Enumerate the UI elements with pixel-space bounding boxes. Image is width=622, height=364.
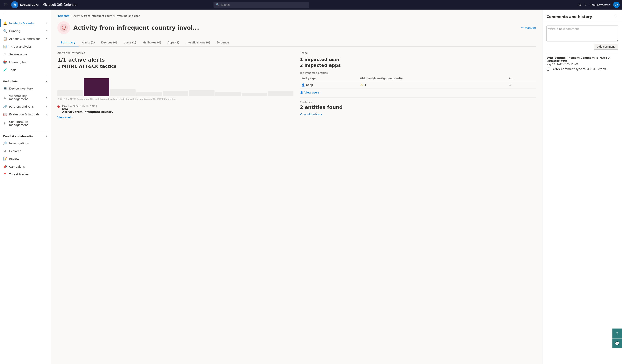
mitre-bar xyxy=(215,92,241,96)
settings-icon[interactable]: ⚙ xyxy=(578,3,582,7)
sidebar-item-investigations[interactable]: 🔎 Investigations xyxy=(0,139,51,147)
panel-body: Add comment Sync-Sentinel-Incident-Comme… xyxy=(543,22,622,364)
alert-timestamp: May 16, 2022, 10:21:27 AM | xyxy=(62,105,113,107)
chevron-down-icon: ∨ xyxy=(46,22,48,24)
sidebar-item-label: Learning hub xyxy=(9,61,48,64)
secure-score-icon: 🛡 xyxy=(3,52,7,56)
view-users-link[interactable]: 👤 View users xyxy=(300,91,536,94)
sidebar-divider-2 xyxy=(3,131,48,131)
tab-investigations[interactable]: Investigations (0) xyxy=(182,39,213,46)
sidebar-toggle[interactable]: ☰ xyxy=(0,10,51,19)
breadcrumb-parent[interactable]: Incidents xyxy=(58,14,69,17)
comment-divider xyxy=(546,53,618,53)
sidebar-item-hunting[interactable]: 🔍 Hunting ∨ xyxy=(0,27,51,35)
main-layout: ☰ 🔔 Incidents & alerts ∨ 🔍 Hunting ∨ 📋 A… xyxy=(0,10,622,364)
search-icon: 🔍 xyxy=(216,3,219,6)
search-box[interactable]: 🔍 xyxy=(214,1,309,8)
threat-analytics-icon: 📊 xyxy=(3,45,7,48)
sidebar-item-campaigns[interactable]: 📣 Campaigns xyxy=(0,163,51,171)
scope-stats: 1 impacted user 2 impacted apps xyxy=(300,57,536,68)
incident-icon-wrap: ! xyxy=(58,21,70,34)
user-icon-link: 👤 xyxy=(300,91,303,94)
tab-evidence[interactable]: Evidence xyxy=(213,39,232,46)
evidence-divider xyxy=(300,97,536,97)
trials-icon: 🧪 xyxy=(3,68,7,72)
search-input[interactable] xyxy=(221,3,307,6)
sidebar-item-config[interactable]: ⚙ Configuration management xyxy=(0,118,51,129)
sidebar-item-threat-analytics[interactable]: 📊 Threat analytics xyxy=(0,43,51,50)
help-icon[interactable]: ? xyxy=(585,3,587,7)
sidebar-item-vulnerability[interactable]: ⚠ Vulnerability management ∨ xyxy=(0,92,51,103)
tab-alerts[interactable]: Alerts (1) xyxy=(79,39,98,46)
topnav-right: ⚙ ? Benji Kovacevic BK xyxy=(578,1,620,8)
config-icon: ⚙ xyxy=(3,122,7,125)
sidebar-item-explorer[interactable]: 🗂 Explorer xyxy=(0,147,51,155)
close-panel-button[interactable]: × xyxy=(614,14,618,20)
alert-log: May 16, 2022, 10:21:27 AM | New Activity… xyxy=(58,105,293,114)
alert-name: Activity from infrequent country xyxy=(62,110,113,114)
chevron-down-icon: ∨ xyxy=(46,96,48,99)
comment-title: Sync-Sentinel-Incident-Comment-To-M365D-… xyxy=(546,56,618,62)
logo-text: CybSec Guru xyxy=(20,3,39,6)
sidebar-item-evaluation[interactable]: 📖 Evaluation & tutorials ∨ xyxy=(0,111,51,118)
sidebar-item-actions[interactable]: 📋 Actions & submissions ∨ xyxy=(0,35,51,43)
threat-tracker-icon: 📍 xyxy=(3,172,7,176)
tab-mailboxes[interactable]: Mailboxes (0) xyxy=(139,39,164,46)
view-all-entities-link[interactable]: View all entities xyxy=(300,113,536,116)
sidebar-section-endpoints[interactable]: Endpoints ∧ xyxy=(0,78,51,84)
tab-users[interactable]: Users (1) xyxy=(120,39,139,46)
alert-status: New xyxy=(62,107,113,110)
sidebar-item-partners[interactable]: 🔗 Partners and APIs ∨ xyxy=(0,103,51,111)
investigations-icon: 🔎 xyxy=(3,141,7,145)
float-chat-button[interactable]: 💬 xyxy=(612,339,622,348)
comment-textarea[interactable] xyxy=(546,25,618,41)
chevron-down-icon: ∨ xyxy=(46,38,48,40)
sidebar-item-incidents[interactable]: 🔔 Incidents & alerts ∨ xyxy=(0,19,51,27)
incident-title: Activity from infrequent country invol..… xyxy=(73,24,518,31)
explorer-icon: 🗂 xyxy=(3,149,7,153)
sidebar-item-review[interactable]: 📝 Review xyxy=(0,155,51,163)
sidebar-item-secure-score[interactable]: 🛡 Secure score xyxy=(0,50,51,58)
sidebar-item-learning-hub[interactable]: 📚 Learning hub xyxy=(0,58,51,66)
entity-user: 👤 benji xyxy=(301,83,357,87)
comment-content: 💬 <div>Comment sync to M365D!</div> xyxy=(546,67,618,71)
main-content: Incidents › Activity from infrequent cou… xyxy=(51,10,542,364)
tabs-bar: Summary Alerts (1) Devices (0) Users (1)… xyxy=(58,39,536,47)
hamburger-menu[interactable]: ☰ xyxy=(2,2,9,8)
sidebar-item-trials[interactable]: 🧪 Trials xyxy=(0,66,51,74)
evidence-section: Evidence 2 entities found View all entit… xyxy=(300,101,536,116)
entities-table: Entity type Risk level/investigation pri… xyxy=(300,76,536,89)
add-comment-button[interactable]: Add comment xyxy=(594,44,618,50)
mitre-copyright: © 2018 The MITRE Corporation. This work … xyxy=(58,98,293,101)
username-label[interactable]: Benji Kovacevic xyxy=(590,3,610,6)
device-inventory-icon: 💻 xyxy=(3,87,7,90)
user-avatar[interactable]: BK xyxy=(613,1,620,8)
chevron-up-icon: ∧ xyxy=(45,135,48,138)
view-alerts-link[interactable]: View alerts xyxy=(58,116,73,119)
evidence-count: 2 entities found xyxy=(300,105,536,110)
sidebar-item-label: Hunting xyxy=(9,30,44,33)
panel-title: Comments and history xyxy=(546,15,592,19)
svg-text:M: M xyxy=(14,4,16,6)
floating-buttons: ? 💬 xyxy=(612,328,622,348)
alert-log-content: May 16, 2022, 10:21:27 AM | New Activity… xyxy=(62,105,113,114)
mitre-bar xyxy=(110,89,136,96)
float-question-button[interactable]: ? xyxy=(612,328,622,338)
tab-summary[interactable]: Summary xyxy=(58,39,79,46)
mitre-bar xyxy=(268,91,293,96)
manage-button[interactable]: ✏ Manage xyxy=(521,26,536,29)
sidebar-section-email[interactable]: Email & collaboration ∧ xyxy=(0,133,51,138)
partners-icon: 🔗 xyxy=(3,105,7,108)
breadcrumb: Incidents › Activity from infrequent cou… xyxy=(58,14,536,17)
chevron-down-icon: ∨ xyxy=(46,113,48,116)
active-alerts-stat: 1/1 active alerts xyxy=(58,57,293,63)
top-entities-title: Top impacted entities xyxy=(300,71,536,74)
app-logo[interactable]: M CybSec Guru xyxy=(11,1,39,8)
risk-value: 4 xyxy=(364,83,366,87)
mitre-bar xyxy=(84,78,109,96)
tab-devices[interactable]: Devices (0) xyxy=(98,39,120,46)
impacted-user-stat: 1 impacted user xyxy=(300,57,536,63)
sidebar-item-threat-tracker[interactable]: 📍 Threat tracker xyxy=(0,171,51,178)
sidebar-item-device-inventory[interactable]: 💻 Device inventory xyxy=(0,84,51,92)
tab-apps[interactable]: Apps (2) xyxy=(164,39,182,46)
